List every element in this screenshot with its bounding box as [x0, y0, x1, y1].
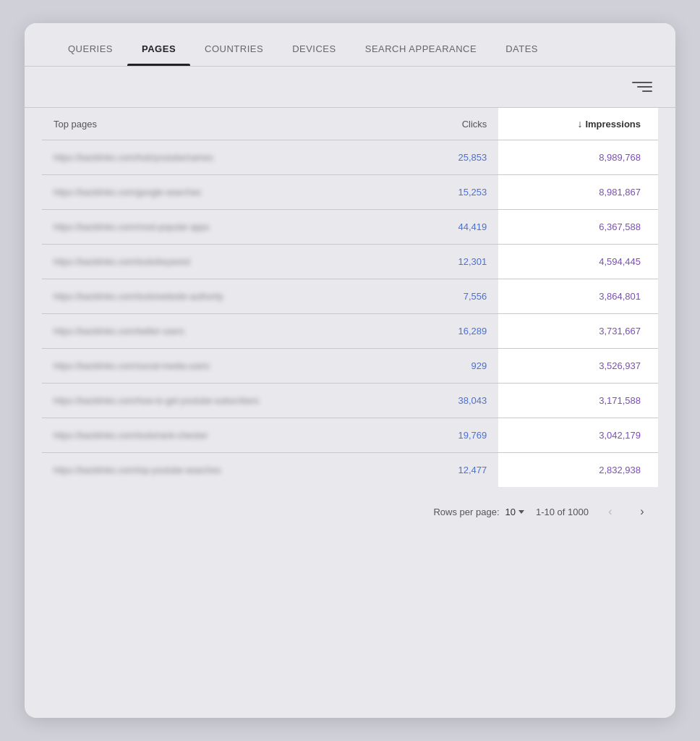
table-row: https://backlinko.com/google-searches15,… — [42, 175, 658, 210]
impressions-cell: 3,864,801 — [498, 279, 658, 314]
clicks-cell: 12,301 — [414, 245, 499, 279]
impressions-cell: 6,367,588 — [498, 210, 658, 245]
tab-queries[interactable]: QUERIES — [54, 23, 127, 66]
table-row: https://backlinko.com/tools/keyword12,30… — [42, 245, 658, 279]
clicks-cell: 16,289 — [414, 314, 499, 349]
pagination-bar: Rows per page: 10 1-10 of 1000 ‹ › — [25, 487, 675, 529]
url-cell[interactable]: https://backlinko.com/social-media-users — [42, 349, 414, 384]
filter-bar — [25, 67, 675, 108]
clicks-cell: 44,419 — [414, 210, 499, 245]
url-cell[interactable]: https://backlinko.com/tools/website-auth… — [42, 279, 414, 314]
tab-search-appearance[interactable]: SEARCH APPEARANCE — [351, 23, 491, 66]
url-cell[interactable]: https://backlinko.com/google-searches — [42, 175, 414, 210]
url-cell[interactable]: https://backlinko.com/twitter-users — [42, 314, 414, 349]
data-table-container: Top pages Clicks ↓Impressions https://ba… — [25, 108, 675, 487]
sort-arrow-icon: ↓ — [577, 118, 582, 130]
clicks-cell: 15,253 — [414, 175, 499, 210]
clicks-cell: 38,043 — [414, 384, 499, 418]
table-row: https://backlinko.com/top-youtube-search… — [42, 453, 658, 488]
tab-countries[interactable]: COUNTRIES — [190, 23, 278, 66]
impressions-cell: 3,042,179 — [498, 418, 658, 453]
rows-per-page: Rows per page: 10 — [433, 507, 524, 517]
tab-bar: QUERIES PAGES COUNTRIES DEVICES SEARCH A… — [25, 23, 675, 67]
url-cell[interactable]: https://backlinko.com/most-popular-apps — [42, 210, 414, 245]
url-cell[interactable]: https://backlinko.com/hub/youtube/names — [42, 140, 414, 175]
tab-dates[interactable]: DATES — [491, 23, 552, 66]
filter-button[interactable] — [632, 77, 652, 97]
url-cell[interactable]: https://backlinko.com/tools/rank-checker — [42, 418, 414, 453]
rows-per-page-label: Rows per page: — [433, 507, 499, 517]
impressions-cell: 8,981,867 — [498, 175, 658, 210]
clicks-cell: 19,769 — [414, 418, 499, 453]
table-row: https://backlinko.com/how-to-get-youtube… — [42, 384, 658, 418]
table-row: https://backlinko.com/most-popular-apps4… — [42, 210, 658, 245]
data-table: Top pages Clicks ↓Impressions https://ba… — [42, 108, 658, 487]
impressions-cell: 3,526,937 — [498, 349, 658, 384]
col-header-impressions[interactable]: ↓Impressions — [498, 108, 658, 140]
table-row: https://backlinko.com/tools/rank-checker… — [42, 418, 658, 453]
clicks-cell: 929 — [414, 349, 499, 384]
table-row: https://backlinko.com/twitter-users16,28… — [42, 314, 658, 349]
table-row: https://backlinko.com/hub/youtube/names2… — [42, 140, 658, 175]
impressions-cell: 3,171,588 — [498, 384, 658, 418]
main-card: QUERIES PAGES COUNTRIES DEVICES SEARCH A… — [25, 23, 675, 718]
col-header-clicks[interactable]: Clicks — [414, 108, 499, 140]
col-header-pages: Top pages — [42, 108, 414, 140]
table-row: https://backlinko.com/social-media-users… — [42, 349, 658, 384]
prev-page-button[interactable]: ‹ — [600, 501, 620, 522]
chevron-down-icon — [518, 510, 524, 514]
tab-pages[interactable]: PAGES — [127, 23, 190, 66]
impressions-cell: 2,832,938 — [498, 453, 658, 488]
tab-devices[interactable]: DEVICES — [278, 23, 351, 66]
clicks-cell: 25,853 — [414, 140, 499, 175]
url-cell[interactable]: https://backlinko.com/top-youtube-search… — [42, 453, 414, 488]
page-info: 1-10 of 1000 — [536, 507, 589, 517]
impressions-cell: 4,594,445 — [498, 245, 658, 279]
next-page-button[interactable]: › — [632, 501, 652, 522]
table-row: https://backlinko.com/tools/website-auth… — [42, 279, 658, 314]
rows-per-page-value: 10 — [505, 507, 516, 517]
impressions-cell: 8,989,768 — [498, 140, 658, 175]
url-cell[interactable]: https://backlinko.com/tools/keyword — [42, 245, 414, 279]
clicks-cell: 7,556 — [414, 279, 499, 314]
clicks-cell: 12,477 — [414, 453, 499, 488]
url-cell[interactable]: https://backlinko.com/how-to-get-youtube… — [42, 384, 414, 418]
rows-per-page-select[interactable]: 10 — [505, 507, 524, 517]
impressions-cell: 3,731,667 — [498, 314, 658, 349]
